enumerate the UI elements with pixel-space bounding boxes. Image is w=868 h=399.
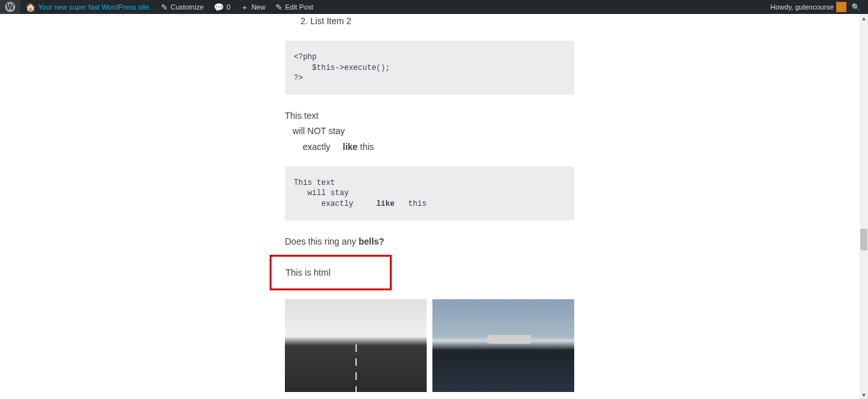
new-label: New (251, 3, 265, 11)
wordpress-icon: W (5, 2, 15, 12)
dashboard-icon: 🏠 (25, 3, 36, 11)
site-name-menu[interactable]: 🏠 Your new super fast WordPress site. (20, 0, 156, 14)
edit-post-menu[interactable]: ✎ Edit Post (270, 0, 318, 14)
post-content: List Item 2 <?php $this->execute(); ?> T… (285, 0, 574, 399)
scrollbar-track[interactable] (860, 22, 868, 391)
site-name-label: Your new super fast WordPress site. (38, 3, 151, 11)
text-line: will NOT stay (293, 124, 574, 138)
html-block-text: This is html (286, 267, 331, 278)
gallery-image-road[interactable] (285, 299, 427, 392)
comments-menu[interactable]: 💬 0 (209, 0, 235, 14)
customize-menu[interactable]: ✎ Customize (156, 0, 209, 14)
comment-icon: 💬 (214, 3, 224, 11)
admin-bar-right: Howdy, gutencourse 🔍 (766, 0, 863, 14)
gallery-image-plane[interactable] (432, 299, 574, 392)
avatar (836, 2, 846, 12)
gallery-block (285, 299, 574, 399)
scrollbar-down-button[interactable]: ▼ (860, 391, 868, 399)
admin-bar-left: W 🏠 Your new super fast WordPress site. … (0, 0, 318, 14)
ordered-list: List Item 2 (310, 14, 574, 28)
paragraph-block: This text will NOT stay exactly like thi… (285, 109, 574, 154)
edit-post-label: Edit Post (285, 3, 313, 11)
scrollbar-up-button[interactable]: ▲ (860, 14, 868, 22)
customize-label: Customize (170, 3, 203, 11)
wp-logo-menu[interactable]: W (0, 0, 20, 14)
plus-icon: ＋ (240, 3, 249, 11)
gallery-row (285, 299, 574, 392)
new-content-menu[interactable]: ＋ New (235, 0, 270, 14)
paragraph-block: Does this ring any bells? (285, 234, 574, 248)
list-item: List Item 2 (310, 14, 574, 28)
search-icon: 🔍 (851, 3, 860, 11)
edit-icon: ✎ (275, 3, 282, 11)
code-block-preformatted: This text will stay exactly like this (285, 166, 574, 220)
page-content: List Item 2 <?php $this->execute(); ?> T… (0, 0, 860, 399)
howdy-label: Howdy, gutencourse (771, 3, 834, 11)
account-menu[interactable]: Howdy, gutencourse (766, 0, 849, 14)
vertical-scrollbar[interactable]: ▲ ▼ (860, 14, 868, 399)
wp-admin-bar: W 🏠 Your new super fast WordPress site. … (0, 0, 868, 14)
scrollbar-thumb[interactable] (860, 229, 867, 250)
customize-icon: ✎ (161, 3, 168, 11)
code-block-php: <?php $this->execute(); ?> (285, 41, 574, 95)
text-line: exactly like this (303, 140, 574, 154)
html-block-highlighted: This is html (270, 255, 392, 290)
comments-count: 0 (226, 3, 230, 11)
text-line: This text (285, 109, 574, 123)
search-button[interactable]: 🔍 (849, 0, 863, 14)
